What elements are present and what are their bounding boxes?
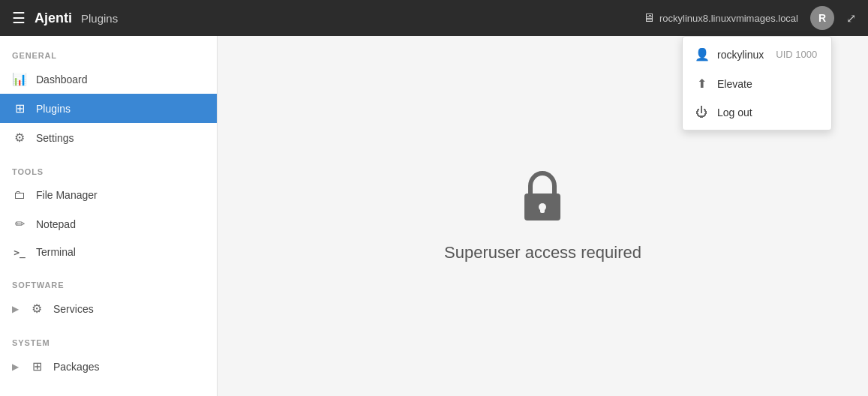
dashboard-icon: 📊 [12, 72, 27, 86]
folder-icon: 🗀 [12, 188, 27, 202]
section-tools: TOOLS [0, 152, 217, 181]
section-system: SYSTEM [0, 323, 217, 352]
chevron-services-icon: ▶ [12, 304, 19, 314]
expand-icon[interactable]: ⤢ [846, 11, 856, 26]
topbar: ☰ Ajenti Plugins 🖥 rockylinux8.linuxvmim… [0, 0, 868, 36]
sidebar-item-plugins-label: Plugins [36, 103, 71, 115]
section-general: GENERAL [0, 36, 217, 64]
settings-icon: ⚙ [12, 130, 27, 145]
hamburger-menu[interactable]: ☰ [12, 9, 26, 27]
sidebar-item-settings-label: Settings [36, 132, 74, 144]
server-icon: 🖥 [643, 11, 655, 25]
terminal-icon: >_ [12, 247, 27, 258]
topbar-left: ☰ Ajenti Plugins [12, 9, 118, 27]
svg-rect-2 [540, 207, 545, 213]
sidebar-item-terminal-label: Terminal [36, 246, 76, 258]
access-required-text: Superuser access required [444, 243, 641, 262]
user-dropdown-menu: 👤 rockylinux UID 1000 ⬆ Elevate ⏻ Log ou… [682, 36, 832, 130]
sidebar-item-filemanager-label: File Manager [36, 189, 98, 201]
dropdown-uid: UID 1000 [776, 49, 817, 60]
dropdown-elevate-label: Elevate [717, 78, 752, 90]
sidebar: GENERAL 📊 Dashboard ⊞ Plugins ⚙ Settings… [0, 36, 218, 396]
access-message: Superuser access required [444, 170, 641, 262]
dropdown-logout-label: Log out [717, 106, 752, 118]
services-gear-icon: ⚙ [29, 302, 44, 316]
elevate-icon: ⬆ [695, 76, 708, 91]
lock-icon [518, 170, 566, 231]
brand-ajenti: Ajenti [35, 10, 72, 26]
sidebar-item-filemanager[interactable]: 🗀 File Manager [0, 181, 217, 209]
dropdown-item-username: 👤 rockylinux UID 1000 [683, 40, 831, 69]
server-info: 🖥 rockylinux8.linuxvmimages.local [643, 11, 798, 25]
sidebar-item-dashboard[interactable]: 📊 Dashboard [0, 64, 217, 94]
sidebar-item-terminal[interactable]: >_ Terminal [0, 238, 217, 266]
server-name: rockylinux8.linuxvmimages.local [659, 13, 798, 24]
topbar-right: 🖥 rockylinux8.linuxvmimages.local R ⤢ [643, 6, 856, 30]
plugins-icon: ⊞ [12, 101, 27, 116]
sidebar-item-notepad-label: Notepad [36, 218, 76, 230]
sidebar-item-packages-label: Packages [53, 361, 99, 373]
user-icon: 👤 [695, 47, 708, 62]
chevron-packages-icon: ▶ [12, 362, 19, 372]
power-icon: ⏻ [695, 106, 708, 119]
sidebar-item-services[interactable]: ▶ ⚙ Services [0, 294, 217, 323]
user-avatar[interactable]: R [810, 6, 834, 30]
pencil-icon: ✏ [12, 217, 27, 231]
packages-icon: ⊞ [29, 359, 44, 374]
section-software: SOFTWARE [0, 266, 217, 294]
sidebar-item-settings[interactable]: ⚙ Settings [0, 123, 217, 152]
dropdown-username: rockylinux [717, 49, 764, 61]
topbar-plugins-label: Plugins [81, 12, 118, 25]
sidebar-item-dashboard-label: Dashboard [36, 74, 88, 86]
dropdown-item-logout[interactable]: ⏻ Log out [683, 98, 831, 127]
dropdown-item-elevate[interactable]: ⬆ Elevate [683, 69, 831, 98]
brand-name: Ajenti [35, 10, 72, 26]
sidebar-item-notepad[interactable]: ✏ Notepad [0, 209, 217, 238]
sidebar-item-packages[interactable]: ▶ ⊞ Packages [0, 352, 217, 381]
sidebar-item-plugins[interactable]: ⊞ Plugins [0, 94, 217, 123]
sidebar-item-services-label: Services [53, 303, 94, 315]
